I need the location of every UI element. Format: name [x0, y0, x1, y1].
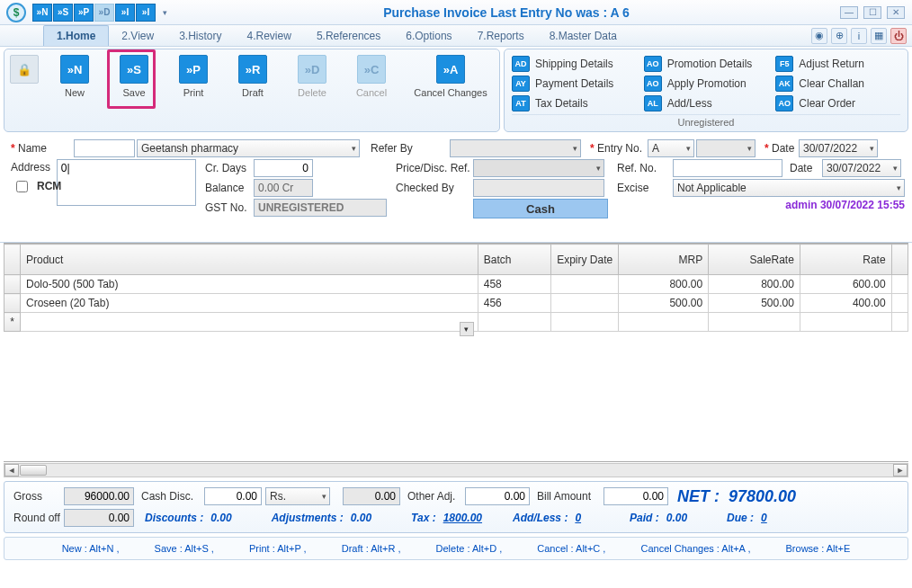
payment-details-button[interactable]: AYPayment Details — [512, 75, 637, 93]
save-button[interactable]: »S Save — [112, 55, 156, 98]
product-grid[interactable]: Product Batch Expiry Date MRP SaleRate R… — [4, 243, 908, 462]
entryno-series-dropdown[interactable]: A — [648, 139, 694, 157]
qa-print[interactable]: »P — [74, 4, 94, 22]
cancel-changes-label: Cancel Changes — [414, 87, 487, 98]
cell-salerate[interactable]: 500.00 — [709, 294, 800, 313]
refno-input[interactable] — [673, 159, 782, 177]
close-button[interactable]: ✕ — [887, 6, 905, 19]
cell-product[interactable]: Croseen (20 Tab) — [20, 294, 478, 313]
menu-home[interactable]: 1.Home — [43, 25, 109, 46]
scroll-right-icon[interactable]: ► — [893, 464, 908, 477]
menu-review[interactable]: 4.Review — [235, 26, 304, 46]
minimize-button[interactable]: — — [840, 6, 858, 19]
qa-save[interactable]: »S — [53, 4, 73, 22]
new-row[interactable]: * — [4, 313, 908, 332]
name-label: Name — [7, 142, 72, 155]
name-code-input[interactable] — [74, 139, 135, 157]
new-expiry-cell[interactable] — [551, 313, 619, 332]
help-icon[interactable]: ◉ — [811, 28, 827, 44]
globe-icon[interactable]: ⊕ — [831, 28, 847, 44]
calc-icon[interactable]: ▦ — [871, 28, 887, 44]
promotion-details-icon: AO — [644, 56, 662, 72]
shipping-details-button[interactable]: ADShipping Details — [512, 55, 637, 73]
cell-mrp[interactable]: 500.00 — [619, 294, 709, 313]
col-salerate[interactable]: SaleRate — [709, 245, 800, 275]
col-product[interactable]: Product — [20, 245, 478, 275]
menu-reports[interactable]: 7.Reports — [465, 26, 537, 46]
cell-batch[interactable]: 456 — [478, 294, 550, 313]
clear-order-button[interactable]: AOClear Order — [775, 94, 900, 112]
cell-rate[interactable]: 400.00 — [800, 294, 891, 313]
table-row[interactable]: Dolo-500 (500 Tab) 458 800.00 800.00 600… — [4, 275, 908, 294]
date1-picker[interactable]: 30/07/2022 — [799, 139, 878, 157]
tax-details-button[interactable]: ATTax Details — [512, 94, 637, 112]
cancel-changes-button[interactable]: »A Cancel Changes — [409, 55, 492, 98]
shipping-icon: AD — [512, 56, 530, 72]
apply-promotion-button[interactable]: AOApply Promotion — [644, 75, 769, 93]
entryno-num-dropdown[interactable] — [696, 139, 756, 157]
cell-expiry[interactable] — [551, 275, 619, 294]
print-button[interactable]: »P Print — [172, 55, 215, 98]
col-mrp[interactable]: MRP — [619, 245, 709, 275]
new-mrp-cell[interactable] — [619, 313, 709, 332]
grid-scrollbar[interactable]: ◄ ► — [4, 463, 908, 477]
maximize-button[interactable]: ☐ — [863, 6, 881, 19]
adjust-return-button[interactable]: F5Adjust Return — [775, 55, 900, 73]
cashdisc-input[interactable] — [204, 487, 262, 505]
cell-mrp[interactable]: 800.00 — [619, 275, 709, 294]
name-dropdown[interactable]: Geetansh pharmacy — [137, 139, 360, 157]
billamt-input[interactable] — [604, 487, 668, 505]
cell-product[interactable]: Dolo-500 (500 Tab) — [20, 275, 478, 294]
scroll-thumb[interactable] — [20, 465, 47, 476]
adjustments-value: 0.00 — [351, 512, 371, 524]
cell-batch[interactable]: 458 — [478, 275, 550, 294]
cell-expiry[interactable] — [551, 294, 619, 313]
qa-new[interactable]: »N — [32, 4, 52, 22]
clear-challan-button[interactable]: AKClear Challan — [775, 75, 900, 93]
new-salerate-cell[interactable] — [709, 313, 800, 332]
referby-dropdown[interactable] — [450, 139, 581, 157]
qa-draft[interactable]: »D — [94, 4, 114, 22]
date2-picker[interactable]: 30/07/2022 — [822, 159, 901, 177]
roundoff-value — [64, 509, 134, 527]
col-rate[interactable]: Rate — [800, 245, 891, 275]
promotion-details-button[interactable]: AOPromotion Details — [644, 55, 769, 73]
clear-order-label: Clear Order — [799, 97, 855, 110]
qa-btn6[interactable]: »I — [136, 4, 156, 22]
crdays-input[interactable] — [254, 159, 313, 177]
address-label: Address — [7, 159, 55, 174]
menu-options[interactable]: 6.Options — [393, 26, 464, 46]
menu-masterdata[interactable]: 8.Master Data — [537, 26, 630, 46]
cashdisc-unit-dropdown[interactable]: Rs. — [265, 487, 330, 505]
exit-icon[interactable]: ⏻ — [890, 28, 907, 44]
cell-rate[interactable]: 600.00 — [800, 275, 891, 294]
menu-view[interactable]: 2.View — [109, 26, 166, 46]
scroll-left-icon[interactable]: ◄ — [4, 464, 19, 477]
menu-references[interactable]: 5.References — [304, 26, 393, 46]
rcm-checkbox[interactable] — [16, 181, 28, 192]
due-value[interactable]: 0 — [761, 512, 767, 524]
pricedisc-dropdown[interactable] — [473, 159, 604, 177]
otheradj-input[interactable] — [465, 487, 530, 505]
toolbar-right-footer: Unregistered — [512, 114, 900, 128]
cell-salerate[interactable]: 800.00 — [709, 275, 800, 294]
new-batch-cell[interactable] — [478, 313, 550, 332]
qa-customize[interactable]: ▾ — [156, 4, 173, 22]
add-less-button[interactable]: ALAdd/Less — [644, 94, 769, 112]
tax-value[interactable]: 1800.00 — [443, 512, 482, 524]
adjust-return-label: Adjust Return — [799, 58, 864, 70]
new-button[interactable]: »N New — [53, 55, 96, 98]
addless-value[interactable]: 0 — [575, 512, 581, 524]
sc-draft: Draft : Alt+R , — [342, 543, 401, 554]
menu-history[interactable]: 3.History — [166, 26, 234, 46]
col-expiry[interactable]: Expiry Date — [551, 245, 619, 275]
col-batch[interactable]: Batch — [478, 245, 550, 275]
row-selector-header — [4, 245, 21, 275]
new-product-cell[interactable] — [20, 313, 478, 332]
new-rate-cell[interactable] — [800, 313, 891, 332]
qa-btn5[interactable]: »I — [115, 4, 135, 22]
info-icon[interactable]: i — [851, 28, 867, 44]
table-row[interactable]: Croseen (20 Tab) 456 500.00 500.00 400.0… — [4, 294, 908, 313]
cancel-icon: »C — [357, 55, 386, 84]
draft-button[interactable]: »R Draft — [231, 55, 274, 98]
